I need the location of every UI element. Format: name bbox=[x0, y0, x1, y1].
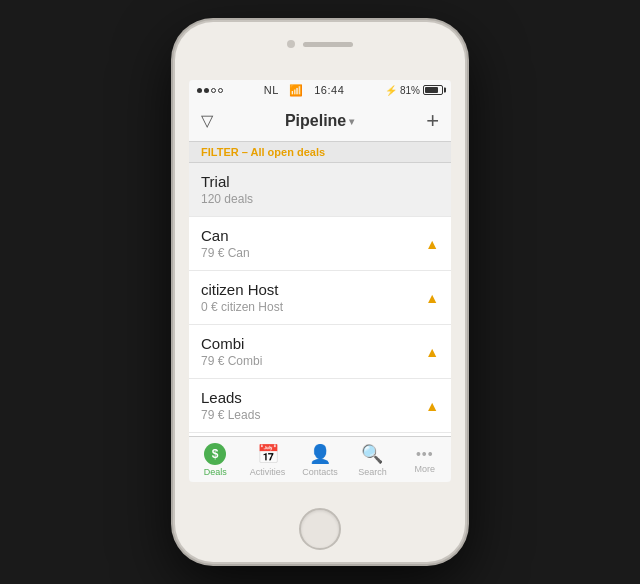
phone-device: NL 📶 16:44 ⚡ 81% ▽ Pipeline ▾ + bbox=[175, 22, 465, 562]
battery-indicator bbox=[423, 85, 443, 95]
earpiece-speaker bbox=[303, 42, 353, 47]
deal-info-combi: Combi 79 € Combi bbox=[201, 335, 262, 368]
bluetooth-icon: ⚡ bbox=[385, 85, 397, 96]
deal-item-citizen-host[interactable]: citizen Host 0 € citizen Host ▲ bbox=[189, 271, 451, 325]
deal-item-leads[interactable]: Leads 79 € Leads ▲ bbox=[189, 379, 451, 433]
tab-activities-label: Activities bbox=[250, 467, 286, 477]
deal-sub-leads: 79 € Leads bbox=[201, 408, 260, 422]
wifi-symbol: 📶 bbox=[289, 84, 304, 96]
contacts-icon: 👤 bbox=[309, 443, 331, 465]
battery-fill bbox=[425, 87, 438, 93]
search-icon: 🔍 bbox=[361, 443, 383, 465]
tab-deals[interactable]: $ Deals bbox=[189, 443, 241, 477]
add-deal-button[interactable]: + bbox=[426, 108, 439, 134]
battery-percent: 81% bbox=[400, 85, 420, 96]
deal-item-trial[interactable]: Trial 120 deals bbox=[189, 163, 451, 217]
time-display: 16:44 bbox=[314, 84, 344, 96]
deal-name-leads: Leads bbox=[201, 389, 260, 406]
activities-icon: 📅 bbox=[257, 443, 279, 465]
signal-dot-1 bbox=[197, 88, 202, 93]
status-bar: NL 📶 16:44 ⚡ 81% bbox=[189, 80, 451, 100]
pipeline-label: Pipeline bbox=[285, 112, 346, 130]
deal-sub-trial: 120 deals bbox=[201, 192, 253, 206]
home-button[interactable] bbox=[299, 508, 341, 550]
deal-info-trial: Trial 120 deals bbox=[201, 173, 253, 206]
deal-sub-citizen-host: 0 € citizen Host bbox=[201, 300, 283, 314]
filter-description: – All open deals bbox=[239, 146, 325, 158]
tab-search-label: Search bbox=[358, 467, 387, 477]
signal-dot-3 bbox=[211, 88, 216, 93]
deal-info-citizen-host: citizen Host 0 € citizen Host bbox=[201, 281, 283, 314]
more-icon: ••• bbox=[416, 446, 434, 462]
deal-info-leads: Leads 79 € Leads bbox=[201, 389, 260, 422]
signal-indicators bbox=[197, 88, 223, 93]
tab-search[interactable]: 🔍 Search bbox=[346, 443, 398, 477]
deal-info-can: Can 79 € Can bbox=[201, 227, 250, 260]
deal-name-can: Can bbox=[201, 227, 250, 244]
pipeline-chevron: ▾ bbox=[349, 116, 354, 127]
phone-screen: NL 📶 16:44 ⚡ 81% ▽ Pipeline ▾ + bbox=[189, 80, 451, 482]
deal-name-citizen-host: citizen Host bbox=[201, 281, 283, 298]
signal-dot-2 bbox=[204, 88, 209, 93]
deal-sub-combi: 79 € Combi bbox=[201, 354, 262, 368]
carrier-time: NL 📶 16:44 bbox=[264, 84, 345, 97]
deals-icon: $ bbox=[204, 443, 226, 465]
deal-arrow-combi: ▲ bbox=[425, 344, 439, 360]
deal-list: Trial 120 deals Can 79 € Can ▲ citizen H… bbox=[189, 163, 451, 436]
filter-prefix: FILTER bbox=[201, 146, 239, 158]
battery-area: ⚡ 81% bbox=[385, 85, 443, 96]
carrier-label: NL bbox=[264, 84, 279, 96]
pipeline-title[interactable]: Pipeline ▾ bbox=[285, 112, 354, 130]
front-camera bbox=[287, 40, 295, 48]
filter-icon[interactable]: ▽ bbox=[201, 111, 213, 130]
deal-sub-can: 79 € Can bbox=[201, 246, 250, 260]
tab-more-label: More bbox=[415, 464, 436, 474]
deal-arrow-citizen-host: ▲ bbox=[425, 290, 439, 306]
deal-arrow-can: ▲ bbox=[425, 236, 439, 252]
tab-more[interactable]: ••• More bbox=[399, 446, 451, 474]
deal-name-combi: Combi bbox=[201, 335, 262, 352]
deal-arrow-leads: ▲ bbox=[425, 398, 439, 414]
tab-deals-label: Deals bbox=[204, 467, 227, 477]
filter-bar: FILTER – All open deals bbox=[189, 142, 451, 163]
deal-item-combi[interactable]: Combi 79 € Combi ▲ bbox=[189, 325, 451, 379]
signal-dot-4 bbox=[218, 88, 223, 93]
tab-bar: $ Deals 📅 Activities 👤 Contacts 🔍 Search… bbox=[189, 436, 451, 482]
deal-name-trial: Trial bbox=[201, 173, 253, 190]
tab-contacts[interactable]: 👤 Contacts bbox=[294, 443, 346, 477]
navigation-bar: ▽ Pipeline ▾ + bbox=[189, 100, 451, 142]
deal-item-can[interactable]: Can 79 € Can ▲ bbox=[189, 217, 451, 271]
tab-contacts-label: Contacts bbox=[302, 467, 338, 477]
phone-top-details bbox=[287, 40, 353, 48]
tab-activities[interactable]: 📅 Activities bbox=[241, 443, 293, 477]
